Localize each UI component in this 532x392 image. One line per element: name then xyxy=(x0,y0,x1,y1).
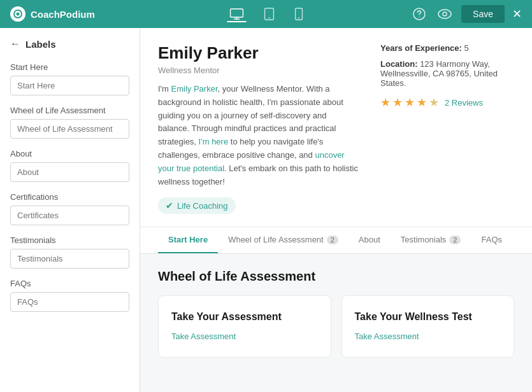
preview-icon[interactable] xyxy=(436,5,454,23)
header-right: Save ✕ xyxy=(410,5,522,23)
sidebar-section-certifications: Certifications xyxy=(10,192,129,225)
sidebar-section-wheel: Wheel of Life Assessment xyxy=(10,106,129,139)
svg-point-6 xyxy=(298,17,299,18)
sidebar-label-wheel: Wheel of Life Assessment xyxy=(10,106,129,115)
assessment-card-2-title: Take Your Wellness Test xyxy=(355,311,501,323)
life-coaching-tag: ✔ Life Coaching xyxy=(158,197,236,214)
star-1: ★ xyxy=(380,95,391,109)
sidebar-back-button[interactable]: ← xyxy=(10,38,20,50)
header: CoachPodium xyxy=(0,0,532,28)
sidebar-input-faqs[interactable] xyxy=(10,292,129,312)
assessment-card-1-title: Take Your Assessment xyxy=(171,311,318,323)
sidebar-input-testimonials[interactable] xyxy=(10,249,129,269)
location-row: Location: 123 Harmony Way, Wellnessville… xyxy=(380,59,514,88)
sidebar-input-start-here[interactable] xyxy=(10,76,129,95)
header-nav xyxy=(227,5,305,23)
sidebar-section-faqs: FAQs xyxy=(10,279,129,312)
tag-label: Life Coaching xyxy=(177,201,228,211)
svg-point-9 xyxy=(438,10,451,18)
sidebar-section-testimonials: Testimonials xyxy=(10,235,129,269)
logo: CoachPodium xyxy=(10,6,95,22)
svg-point-10 xyxy=(443,12,447,16)
assessment-cards: Take Your Assessment Take Assessment Tak… xyxy=(158,295,514,358)
nav-mobile[interactable] xyxy=(292,5,305,23)
tab-faqs[interactable]: FAQs xyxy=(471,227,512,253)
rating-stars: ★ ★ ★ ★ ★ 2 Reviews xyxy=(380,95,514,109)
svg-point-8 xyxy=(419,17,420,18)
assessment-card-2: Take Your Wellness Test Take Assessment xyxy=(341,295,515,358)
profile-left: Emily Parker Wellness Mentor I'm Emily P… xyxy=(158,43,360,214)
tab-wheel-badge: 2 xyxy=(327,235,338,244)
sidebar-title: Labels xyxy=(25,39,56,50)
sidebar-label-certifications: Certifications xyxy=(10,192,129,202)
sidebar-input-wheel[interactable] xyxy=(10,119,129,139)
profile-section: Emily Parker Wellness Mentor I'm Emily P… xyxy=(140,28,532,227)
tab-about[interactable]: About xyxy=(349,227,391,253)
content-area: Emily Parker Wellness Mentor I'm Emily P… xyxy=(140,28,532,392)
profile-bio: I'm Emily Parker, your Wellness Mentor. … xyxy=(158,83,360,188)
sidebar-section-about: About xyxy=(10,149,129,182)
years-of-experience: Years of Experience: 5 xyxy=(380,43,514,53)
profile-right: Years of Experience: 5 Location: 123 Har… xyxy=(380,43,514,214)
assessment-card-2-link[interactable]: Take Assessment xyxy=(355,332,419,341)
nav-tablet[interactable] xyxy=(261,5,277,23)
star-2: ★ xyxy=(392,95,403,109)
sidebar: ← Labels Start Here Wheel of Life Assess… xyxy=(0,28,140,392)
nav-desktop[interactable] xyxy=(227,6,246,22)
svg-point-4 xyxy=(268,17,270,18)
save-button[interactable]: Save xyxy=(461,5,505,23)
section-heading: Wheel of Life Assessment xyxy=(158,269,514,284)
years-value: 5 xyxy=(464,43,469,53)
tab-content: Wheel of Life Assessment Take Your Asses… xyxy=(140,254,532,373)
sidebar-input-about[interactable] xyxy=(10,162,129,182)
tab-testimonials[interactable]: Testimonials 2 xyxy=(391,227,471,253)
sidebar-label-start-here: Start Here xyxy=(10,62,129,72)
assessment-card-1-link[interactable]: Take Assessment xyxy=(171,332,236,341)
sidebar-input-certifications[interactable] xyxy=(10,206,129,225)
sidebar-section-start-here: Start Here xyxy=(10,62,129,95)
tab-start-here[interactable]: Start Here xyxy=(158,227,218,253)
close-button[interactable]: ✕ xyxy=(512,7,522,21)
years-label: Years of Experience: xyxy=(380,43,462,53)
sidebar-header: ← Labels xyxy=(10,38,129,50)
profile-role: Wellness Mentor xyxy=(158,66,360,75)
help-icon[interactable] xyxy=(410,5,428,23)
logo-icon xyxy=(10,6,25,22)
tabs-bar: Start Here Wheel of Life Assessment 2 Ab… xyxy=(140,227,532,254)
tab-wheel[interactable]: Wheel of Life Assessment 2 xyxy=(218,227,349,253)
star-3: ★ xyxy=(405,95,415,109)
tag-check-icon: ✔ xyxy=(166,200,173,211)
location-label: Location: xyxy=(380,59,418,69)
sidebar-label-faqs: FAQs xyxy=(10,279,129,288)
star-5: ★ xyxy=(429,95,439,109)
sidebar-label-testimonials: Testimonials xyxy=(10,235,129,245)
star-4: ★ xyxy=(417,95,427,109)
tab-testimonials-badge: 2 xyxy=(449,235,461,244)
profile-name: Emily Parker xyxy=(158,43,360,63)
svg-point-1 xyxy=(17,13,20,16)
sidebar-label-about: About xyxy=(10,149,129,158)
assessment-card-1: Take Your Assessment Take Assessment xyxy=(158,295,331,358)
main-layout: ← Labels Start Here Wheel of Life Assess… xyxy=(0,28,532,392)
svg-rect-2 xyxy=(230,9,243,17)
logo-text: CoachPodium xyxy=(31,9,95,20)
reviews-link[interactable]: 2 Reviews xyxy=(445,98,483,108)
